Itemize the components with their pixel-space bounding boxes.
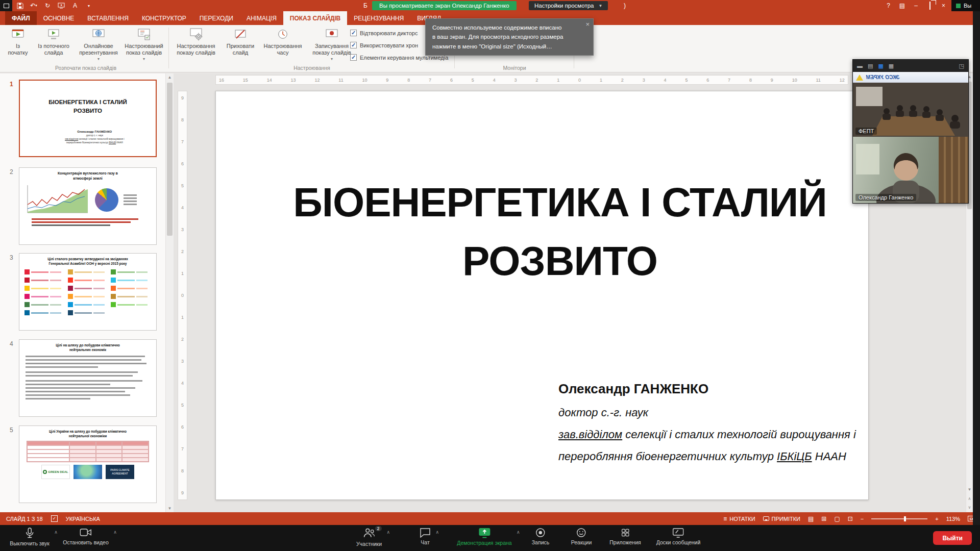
slide-thumbnail-1[interactable]: БІОЕНЕРГЕТИКА І СТАЛИЙРОЗВИТО Олександр … — [19, 80, 157, 157]
sdg-tile — [111, 302, 151, 308]
chat-button[interactable]: Чат ∧ — [420, 528, 431, 545]
room-banner: ЭКСО УКРЕМ — [853, 72, 968, 83]
video-participant-label: ФЕПТ — [855, 128, 877, 135]
sdg-tile — [111, 293, 151, 299]
zoom-slider[interactable] — [871, 518, 927, 519]
undo-icon[interactable]: ↶▾ — [30, 2, 37, 10]
video-tile-speaker[interactable]: Олександр Ганженко — [853, 137, 968, 203]
ribbon-tab[interactable]: ОСНОВНЕ — [37, 11, 81, 25]
next-slide-button[interactable]: ∨ — [966, 505, 973, 510]
popout-panel-icon[interactable]: ◳ — [959, 63, 964, 69]
checkbox-play-narrations[interactable]: ✓ Відтворювати дикторс — [350, 30, 418, 36]
horizontal-ruler[interactable]: 161514131211109876543210123456789101112 — [215, 75, 848, 85]
slide-thumbnail-5[interactable]: Цілі України на шляху до побудови клімат… — [19, 425, 157, 503]
from-current-slide-button[interactable]: Із поточного слайда — [33, 27, 75, 64]
save-icon[interactable] — [16, 2, 23, 10]
slide-canvas[interactable]: БІОЕНЕРГЕТИКА І СТАЛИЙ РОЗВИТО Олександр… — [215, 91, 869, 500]
vertical-ruler[interactable]: 9876543210123456789 — [178, 91, 187, 500]
from-beginning-button[interactable]: Із початку — [5, 27, 31, 64]
banner-logo-triangle — [856, 74, 863, 81]
chevron-up-icon[interactable]: ∧ — [435, 530, 439, 535]
gallery-view-icon[interactable]: ▦ — [878, 63, 883, 69]
custom-slideshow-button[interactable]: Настроюваний показ слайдів ▾ — [122, 27, 165, 64]
chevron-down-icon: ▼ — [598, 4, 602, 8]
ribbon-tab[interactable]: ФАЙЛ — [5, 11, 37, 25]
scroll-up-icon[interactable]: ▲ — [166, 75, 174, 80]
redo-icon[interactable]: ↻ — [44, 2, 51, 10]
slide-sorter-view-button[interactable]: ⊞ — [821, 515, 826, 522]
slideshow-view-button[interactable]: ⊡ — [848, 515, 853, 522]
ribbon-tab[interactable]: ПЕРЕХОДИ — [193, 11, 240, 25]
comments-toggle[interactable]: ПРИМІТКИ — [763, 516, 800, 522]
reactions-button[interactable]: Реакции — [571, 528, 592, 545]
font-style-icon[interactable]: A — [71, 2, 79, 10]
apps-button[interactable]: Приложения — [609, 528, 641, 545]
ribbon-tab[interactable]: ВСТАВЛЕННЯ — [81, 11, 135, 25]
restore-button[interactable] — [923, 2, 937, 9]
scrollbar-thumb[interactable] — [167, 83, 173, 236]
zoom-in-button[interactable]: + — [935, 516, 938, 522]
video-tile-room[interactable]: ЭКСО УКРЕМ ФЕПТ — [853, 72, 968, 137]
slideshow-from-start-icon — [11, 27, 24, 42]
ribbon-tab[interactable]: АНІМАЦІЯ — [240, 11, 283, 25]
mute-button[interactable]: Выключить звук ∧ — [10, 528, 50, 546]
present-online-button[interactable]: Онлайнове презентування ▾ — [77, 27, 120, 64]
zoom-percent[interactable]: 113% — [946, 516, 960, 522]
chevron-up-icon[interactable]: ∧ — [54, 530, 58, 535]
record-button[interactable]: Запись — [532, 528, 549, 545]
record-slideshow-button[interactable]: Записування показу слайдів ▾ — [307, 27, 356, 64]
chevron-up-icon[interactable]: ∧ — [113, 530, 117, 535]
setup-slideshow-button[interactable]: Настроювання показу слайдів — [172, 27, 220, 64]
microphone-icon — [24, 528, 35, 539]
normal-view-button[interactable]: ▤ — [808, 515, 814, 522]
participants-icon — [362, 528, 375, 538]
rehearse-timings-button[interactable]: Настроювання часу — [260, 27, 305, 64]
slide-thumbnail-2[interactable]: Концентрація вуглекислого газу ватмосфер… — [19, 167, 157, 245]
co2-pie-chart — [95, 188, 118, 212]
minimize-panel-icon[interactable]: ▬ — [857, 63, 863, 69]
slide-thumbnail-3[interactable]: Цілі сталого розвитку затверджені на зас… — [19, 253, 157, 331]
camera-icon — [80, 528, 92, 538]
start-slideshow-icon[interactable] — [58, 2, 65, 10]
sdg-tile — [111, 269, 151, 275]
checkbox-use-timings[interactable]: ✓ Використовувати хрон — [350, 42, 418, 48]
stop-video-button[interactable]: Остановить видео ∧ — [63, 528, 108, 545]
app-icon[interactable] — [0, 0, 12, 11]
video-panel-header: ▬ ▤ ▦ ▦ ◳ — [853, 60, 968, 72]
hide-slide-button[interactable]: Приховати слайд — [223, 27, 258, 64]
customize-quick-access-icon[interactable]: ▾ — [85, 2, 92, 10]
share-screen-button[interactable]: Демонстрация экрана ∧ — [457, 528, 511, 546]
speaker-view-icon[interactable]: ▤ — [868, 63, 873, 69]
scroll-down-icon[interactable]: ▼ — [966, 487, 973, 492]
sdg-tile — [111, 277, 151, 283]
zoom-slider-thumb[interactable] — [904, 516, 906, 521]
participants-button[interactable]: 2 Участники ∧ — [356, 528, 382, 547]
slide-thumbnail-4[interactable]: Цілі на шляху до побудови кліматичнонейт… — [19, 339, 157, 417]
minimize-button[interactable]: – — [909, 2, 923, 9]
close-button[interactable]: × — [937, 2, 950, 9]
view-settings-dropdown[interactable]: Настройки просмотра▼ — [529, 1, 608, 10]
notes-toggle[interactable]: ≡НОТАТКИ — [723, 515, 755, 522]
ribbon-tab[interactable]: РЕЦЕНЗУВАННЯ — [347, 11, 410, 25]
whiteboards-button[interactable]: Доски сообщений — [656, 528, 701, 545]
reading-view-button[interactable]: ▢ — [834, 515, 840, 522]
zoom-out-button[interactable]: − — [861, 516, 864, 522]
grid-view-icon[interactable]: ▦ — [889, 63, 894, 69]
tooltip-close-icon[interactable]: × — [585, 19, 590, 30]
slide-counter[interactable]: СЛАЙД 1 З 18 — [6, 516, 43, 522]
ribbon-display-options-button[interactable]: ▤ — [895, 2, 909, 9]
scroll-down-icon[interactable]: ▼ — [166, 506, 174, 511]
chevron-up-icon[interactable]: ∧ — [517, 530, 520, 535]
previous-slide-button[interactable]: ∧ — [966, 496, 973, 501]
proofing-icon[interactable]: ✓ — [51, 515, 58, 522]
leave-meeting-button[interactable]: Выйти — [933, 531, 972, 545]
ribbon-tab[interactable]: КОНСТРУКТОР — [135, 11, 193, 25]
zoom-video-panel: ▬ ▤ ▦ ▦ ◳ ЭКСО УКРЕМ ФЕПТ — [852, 59, 969, 204]
ribbon-tab[interactable]: ПОКАЗ СЛАЙДІВ — [283, 11, 347, 25]
chevron-up-icon[interactable]: ∧ — [386, 530, 390, 535]
share-screen-icon — [478, 528, 491, 538]
help-button[interactable]: ? — [881, 2, 895, 9]
language-indicator[interactable]: УКРАЇНСЬКА — [66, 516, 100, 522]
thumbnail-panel-scrollbar[interactable]: ▲ ▼ — [165, 73, 174, 512]
notes-icon: ≡ — [723, 515, 727, 522]
